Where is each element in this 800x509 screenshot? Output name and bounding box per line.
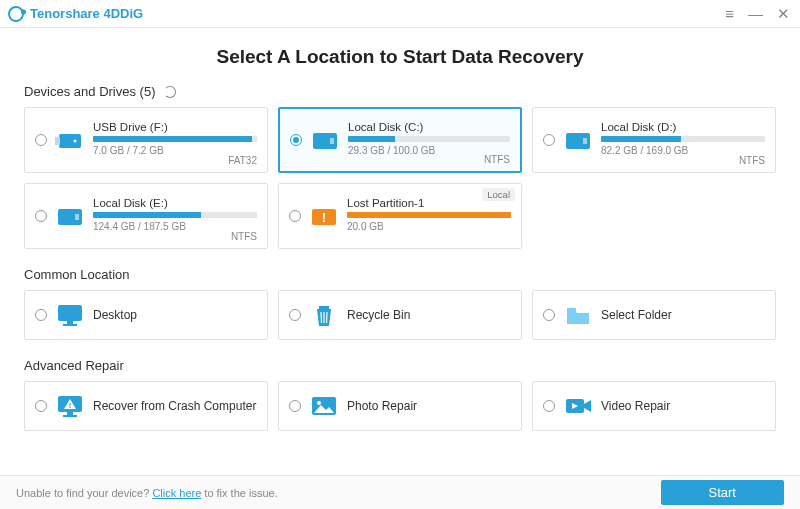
drive-usage: 20.0 GB [347,221,511,232]
brand-logo-icon [5,3,27,25]
footer-link[interactable]: Click here [152,487,201,499]
drive-usage: 124.4 GB / 187.5 GB [93,221,257,232]
location-label: Recycle Bin [347,308,410,322]
drive-body: Lost Partition-1 20.0 GB [347,197,511,232]
drive-card[interactable]: Local Disk (C:) 29.3 GB / 100.0 GB NTFS [278,107,522,173]
svg-rect-6 [583,138,587,144]
menu-icon[interactable]: ≡ [725,6,734,21]
svg-rect-1 [55,137,60,145]
location-card[interactable]: Desktop [24,290,268,340]
drive-filesystem: NTFS [231,231,257,242]
crash-icon: ! [55,393,85,419]
drive-card[interactable]: USB Drive (F:) 7.0 GB / 7.2 GB FAT32 [24,107,268,173]
recycle-icon [309,302,339,328]
drive-bar [347,212,511,218]
radio-icon[interactable] [289,309,301,321]
common-grid: Desktop Recycle Bin Select Folder [24,290,776,340]
radio-icon[interactable] [289,400,301,412]
location-card[interactable]: Photo Repair [278,381,522,431]
drives-grid: USB Drive (F:) 7.0 GB / 7.2 GB FAT32 Loc… [24,107,776,249]
drive-bar [348,136,510,142]
drive-name: Local Disk (C:) [348,121,510,133]
lost-drive-icon: ! [309,204,339,228]
drive-card[interactable]: ! Lost Partition-1 20.0 GB Local [278,183,522,249]
close-icon[interactable]: ✕ [777,6,790,21]
footer-help-text: Unable to find your device? Click here t… [16,487,278,499]
svg-rect-13 [63,324,77,326]
drive-body: Local Disk (C:) 29.3 GB / 100.0 GB [348,121,510,156]
drive-badge: Local [482,188,515,201]
advanced-grid: ! Recover from Crash Computer Photo Repa… [24,381,776,431]
location-card[interactable]: ! Recover from Crash Computer [24,381,268,431]
svg-rect-0 [59,134,81,148]
svg-rect-18 [567,308,576,312]
footer-bar: Unable to find your device? Click here t… [0,475,800,509]
drive-usage: 82.2 GB / 169.0 GB [601,145,765,156]
svg-rect-21 [67,412,73,415]
radio-icon[interactable] [35,134,47,146]
brand-text: Tenorshare 4DDiG [30,6,143,21]
svg-line-17 [327,312,328,323]
folder-icon [563,302,593,328]
location-card[interactable]: Select Folder [532,290,776,340]
footer-suffix: to fix the issue. [201,487,277,499]
svg-point-2 [74,140,77,143]
location-card[interactable]: Recycle Bin [278,290,522,340]
drive-body: USB Drive (F:) 7.0 GB / 7.2 GB [93,121,257,156]
svg-rect-22 [63,415,77,417]
location-label: Select Folder [601,308,672,322]
drive-bar [93,212,257,218]
titlebar: Tenorshare 4DDiG ≡ — ✕ [0,0,800,28]
location-label: Desktop [93,308,137,322]
svg-rect-12 [67,321,73,324]
disk-drive-icon [563,128,593,152]
disk-drive-icon [55,204,85,228]
svg-text:!: ! [322,210,326,225]
radio-icon[interactable] [543,309,555,321]
svg-rect-4 [330,138,334,144]
photo-icon [309,393,339,419]
location-label: Video Repair [601,399,670,413]
common-section-header: Common Location [24,267,776,282]
drive-card[interactable]: Local Disk (D:) 82.2 GB / 169.0 GB NTFS [532,107,776,173]
svg-rect-11 [58,305,82,321]
advanced-section-header: Advanced Repair [24,358,776,373]
radio-icon[interactable] [543,134,555,146]
page-title: Select A Location to Start Data Recovery [0,46,800,68]
devices-header-label: Devices and Drives (5) [24,84,156,99]
video-icon [563,393,593,419]
drive-usage: 7.0 GB / 7.2 GB [93,145,257,156]
radio-icon[interactable] [35,400,47,412]
advanced-header-label: Advanced Repair [24,358,124,373]
footer-prefix: Unable to find your device? [16,487,152,499]
drive-name: Local Disk (E:) [93,197,257,209]
drive-body: Local Disk (D:) 82.2 GB / 169.0 GB [601,121,765,156]
svg-text:!: ! [69,401,72,410]
drive-filesystem: NTFS [739,155,765,166]
radio-icon[interactable] [290,134,302,146]
location-label: Photo Repair [347,399,417,413]
common-header-label: Common Location [24,267,130,282]
drive-name: Local Disk (D:) [601,121,765,133]
usb-drive-icon [55,128,85,152]
radio-icon[interactable] [543,400,555,412]
drive-card[interactable]: Local Disk (E:) 124.4 GB / 187.5 GB NTFS [24,183,268,249]
radio-icon[interactable] [35,309,47,321]
desktop-icon [55,302,85,328]
devices-section-header: Devices and Drives (5) [24,84,776,99]
location-label: Recover from Crash Computer [93,399,256,413]
svg-rect-14 [319,306,329,309]
svg-line-15 [321,312,322,323]
brand: Tenorshare 4DDiG [8,6,143,22]
start-button[interactable]: Start [661,480,784,505]
drive-bar [93,136,257,142]
minimize-icon[interactable]: — [748,6,763,21]
svg-rect-8 [75,214,79,220]
drive-bar [601,136,765,142]
drive-name: USB Drive (F:) [93,121,257,133]
location-card[interactable]: Video Repair [532,381,776,431]
refresh-icon[interactable] [164,86,176,98]
disk-drive-icon [310,128,340,152]
radio-icon[interactable] [35,210,47,222]
radio-icon[interactable] [289,210,301,222]
